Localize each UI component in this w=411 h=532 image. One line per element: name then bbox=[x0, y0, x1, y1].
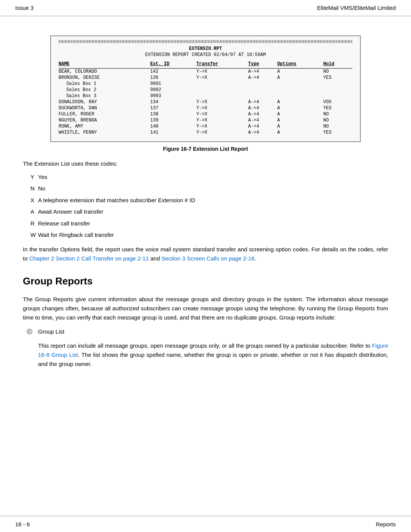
col-header-options: Options bbox=[277, 61, 323, 69]
cell-hold: NO bbox=[323, 117, 352, 123]
cell-type: A->4 bbox=[248, 123, 277, 129]
report-subtitle: EXTENSION REPORT CREATED 02/04/97 AT 10:… bbox=[59, 52, 352, 58]
code-item: NNo bbox=[23, 184, 388, 193]
cell-hold: NO bbox=[323, 111, 352, 117]
cell-ext: 138 bbox=[150, 111, 196, 117]
code-item: XA telephone extension that matches subs… bbox=[23, 196, 388, 205]
cell-hold: NO bbox=[323, 69, 352, 75]
cell-type2: A bbox=[277, 117, 323, 123]
cell-hold: YES bbox=[323, 129, 352, 136]
cell-name: BRONSON, DENISE bbox=[59, 75, 150, 81]
code-list: YYesNNoXA telephone extension that match… bbox=[23, 173, 388, 240]
cell-name: Sales Box 2 bbox=[59, 87, 150, 93]
table-row: RONK, AMY140Y->XA->4ANO bbox=[59, 123, 352, 129]
cell-transfer: Y->X bbox=[196, 69, 248, 75]
cell-type2: A bbox=[277, 69, 323, 75]
cell-type: A->4 bbox=[248, 75, 277, 81]
footer-section: Reports bbox=[376, 521, 396, 527]
cell-ext: 139 bbox=[150, 117, 196, 123]
cell-hold bbox=[323, 93, 352, 99]
figure-container: EXTENSIO.RPT EXTENSION REPORT CREATED 02… bbox=[50, 35, 361, 152]
section-body: The Extension List uses these codes: YYe… bbox=[23, 160, 388, 369]
bullet-sub-text: This report can include all message grou… bbox=[38, 342, 372, 349]
cell-ext: 142 bbox=[150, 69, 196, 75]
table-row: NGUYEN, BRENDA139Y->XA->4ANO bbox=[59, 117, 352, 123]
code-letter: Y bbox=[23, 173, 38, 182]
bullet-sub-text2: . The list shows the group spelled name,… bbox=[38, 351, 388, 367]
cell-type bbox=[248, 87, 277, 93]
cell-type: A->4 bbox=[248, 99, 277, 105]
cell-hold bbox=[323, 81, 352, 87]
cell-transfer: Y->X bbox=[196, 75, 248, 81]
bullet-sub-para: This report can include all message grou… bbox=[38, 341, 388, 369]
cell-name: RONK, AMY bbox=[59, 123, 150, 129]
table-row: WHISTLE, PENNY141Y->XA->4AYES bbox=[59, 129, 352, 136]
cell-name: Sales Box 1 bbox=[59, 81, 150, 87]
cell-type2: A bbox=[277, 105, 323, 111]
bullet-label: Group List bbox=[38, 328, 64, 336]
code-description: No bbox=[38, 184, 45, 193]
cell-type2: A bbox=[277, 75, 323, 81]
table-row: BRONSON, DENISE136Y->XA->4AYES bbox=[59, 75, 352, 81]
cell-type: A->4 bbox=[248, 111, 277, 117]
code-letter: A bbox=[23, 208, 38, 216]
cell-ext: 134 bbox=[150, 99, 196, 105]
transfer-middle: and bbox=[149, 255, 161, 262]
code-letter: W bbox=[23, 231, 38, 240]
cell-ext: 9993 bbox=[150, 93, 196, 99]
code-description: A telephone extension that matches subsc… bbox=[38, 196, 195, 205]
col-header-transfer: Transfer bbox=[196, 61, 248, 69]
transfer-link2[interactable]: Section 3 Screen Calls on page 2-16 bbox=[161, 255, 254, 262]
cell-type: A->4 bbox=[248, 69, 277, 75]
figure-caption: Figure 16-7 Extension List Report bbox=[163, 146, 248, 152]
cell-name: DUCKWORTH, DAN bbox=[59, 105, 150, 111]
code-description: Wait for Ringback call transfer bbox=[38, 231, 114, 240]
code-item: WWait for Ringback call transfer bbox=[23, 231, 388, 240]
cell-type: A->4 bbox=[248, 117, 277, 123]
code-letter: X bbox=[23, 196, 38, 205]
table-row: FULLER, ROGER138Y->XA->4ANO bbox=[59, 111, 352, 117]
cell-type: A->4 bbox=[248, 105, 277, 111]
intro-text: The Extension List uses these codes: bbox=[23, 160, 388, 168]
code-description: Release call transfer bbox=[38, 219, 90, 228]
code-letter: R bbox=[23, 219, 38, 228]
cell-type bbox=[248, 81, 277, 87]
bullet-section: ⓒ Group List bbox=[23, 328, 388, 336]
cell-transfer: Y->X bbox=[196, 129, 248, 136]
cell-type2 bbox=[277, 93, 323, 99]
section-heading: Group Reports bbox=[23, 274, 388, 289]
cell-name: WHISTLE, PENNY bbox=[59, 129, 150, 136]
table-row: Sales Box 19991 bbox=[59, 81, 352, 87]
col-header-name: NAME bbox=[59, 61, 150, 69]
transfer-link1[interactable]: Chapter 2 Section 2 Call Transfer on pag… bbox=[29, 255, 149, 262]
page-header: Issue 3 EliteMail VMS/EliteMail Limited bbox=[0, 0, 411, 16]
cell-transfer bbox=[196, 81, 248, 87]
report-border-decoration bbox=[59, 40, 352, 43]
cell-ext: 141 bbox=[150, 129, 196, 136]
cell-hold: YES bbox=[323, 75, 352, 81]
code-item: AAwait Answer call transfer bbox=[23, 208, 388, 216]
cell-transfer: Y->X bbox=[196, 105, 248, 111]
col-header-ext: Ext. ID bbox=[150, 61, 196, 69]
cell-type2: A bbox=[277, 123, 323, 129]
table-header-row: NAME Ext. ID Transfer Type Options Hold bbox=[59, 61, 352, 69]
cell-type2 bbox=[277, 87, 323, 93]
transfer-end: . bbox=[255, 255, 256, 262]
table-row: BEAR, COLORADO142Y->XA->4ANO bbox=[59, 69, 352, 75]
cell-name: NGUYEN, BRENDA bbox=[59, 117, 150, 123]
cell-transfer bbox=[196, 93, 248, 99]
col-header-type: Type bbox=[248, 61, 277, 69]
report-table: NAME Ext. ID Transfer Type Options Hold … bbox=[59, 61, 352, 136]
cell-type2: A bbox=[277, 99, 323, 105]
cell-transfer bbox=[196, 87, 248, 93]
cell-hold bbox=[323, 87, 352, 93]
cell-name: Sales Box 3 bbox=[59, 93, 150, 99]
cell-type bbox=[248, 93, 277, 99]
cell-type2 bbox=[277, 81, 323, 87]
cell-ext: 9991 bbox=[150, 81, 196, 87]
cell-transfer: Y->X bbox=[196, 99, 248, 105]
code-description: Yes bbox=[38, 173, 47, 182]
page-footer: 16 - 6 Reports bbox=[0, 516, 411, 532]
cell-transfer: Y->X bbox=[196, 123, 248, 129]
cell-type2: A bbox=[277, 111, 323, 117]
